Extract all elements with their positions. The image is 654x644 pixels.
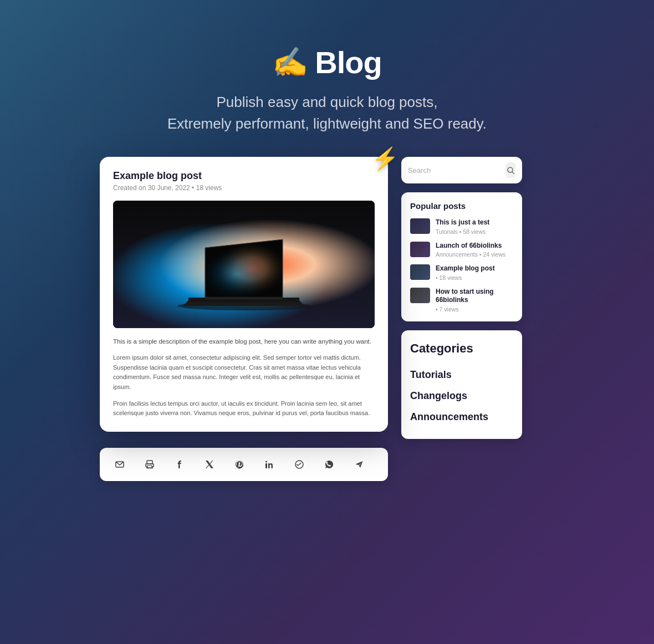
- pinterest-share-icon[interactable]: [231, 456, 248, 473]
- main-content: ⚡ Example blog post Created on 30 June, …: [100, 157, 554, 439]
- categories-card: Categories Tutorials Changelogs Announce…: [401, 330, 522, 439]
- search-button[interactable]: [505, 162, 515, 178]
- laptop-illustration: [161, 214, 327, 314]
- post-name-3: Example blog post: [436, 264, 513, 273]
- blog-description: This is a simple description of the exam…: [113, 337, 375, 346]
- blog-post-title: Example blog post: [113, 170, 375, 182]
- share-bar: [100, 448, 388, 481]
- search-box: [401, 157, 522, 183]
- post-meta-4: • 7 views: [436, 306, 513, 313]
- post-thumbnail-4: [410, 288, 430, 303]
- bottom-section: [100, 439, 554, 481]
- page-title: Blog: [315, 44, 381, 80]
- list-item[interactable]: How to start using 66biolinks • 7 views: [410, 288, 513, 313]
- category-changelogs[interactable]: Changelogs: [410, 386, 513, 407]
- post-thumbnail-3: [410, 264, 430, 280]
- post-info-4: How to start using 66biolinks • 7 views: [436, 288, 513, 313]
- page-subtitle: Publish easy and quick blog posts, Extre…: [167, 91, 487, 135]
- search-input[interactable]: [408, 166, 501, 175]
- facebook-share-icon[interactable]: [171, 456, 188, 473]
- svg-rect-5: [147, 466, 152, 468]
- post-name-1: This is just a test: [436, 218, 513, 227]
- svg-rect-6: [265, 463, 267, 468]
- list-item[interactable]: This is just a test Tutorials • 58 views: [410, 218, 513, 235]
- post-meta-1: Tutorials • 58 views: [436, 228, 513, 235]
- post-info-2: Launch of 66biolinks Announcements • 24 …: [436, 242, 513, 258]
- email-share-icon[interactable]: [111, 456, 129, 473]
- list-item[interactable]: Example blog post • 18 views: [410, 264, 513, 281]
- print-share-icon[interactable]: [141, 456, 159, 473]
- whatsapp-share-icon[interactable]: [320, 456, 338, 473]
- search-icon: [507, 167, 514, 174]
- post-info-1: This is just a test Tutorials • 58 views: [436, 218, 513, 235]
- linkedin-share-icon[interactable]: [260, 456, 278, 473]
- blog-post-meta: Created on 30 June, 2022 • 18 views: [113, 184, 375, 192]
- svg-line-2: [512, 172, 514, 174]
- post-thumbnail-1: [410, 218, 430, 234]
- telegram-share-icon[interactable]: [290, 456, 308, 473]
- list-item[interactable]: Launch of 66biolinks Announcements • 24 …: [410, 242, 513, 258]
- blog-emoji: ✍️: [272, 45, 308, 79]
- blog-post-image: [113, 201, 375, 328]
- popular-posts-card: Popular posts This is just a test Tutori…: [401, 192, 522, 321]
- category-announcements[interactable]: Announcements: [410, 407, 513, 428]
- svg-rect-4: [147, 461, 152, 464]
- blog-lorem-1: Lorem ipsum dolor sit amet, consectetur …: [113, 353, 375, 392]
- post-meta-3: • 18 views: [436, 274, 513, 281]
- popular-posts-title: Popular posts: [410, 201, 513, 211]
- sidebar: Popular posts This is just a test Tutori…: [401, 157, 522, 439]
- page-header: ✍️ Blog Publish easy and quick blog post…: [167, 0, 487, 135]
- twitter-share-icon[interactable]: [201, 456, 218, 473]
- post-thumbnail-2: [410, 242, 430, 257]
- blog-post-card: ⚡ Example blog post Created on 30 June, …: [100, 157, 388, 432]
- lightning-icon: ⚡: [371, 146, 399, 172]
- category-tutorials[interactable]: Tutorials: [410, 365, 513, 386]
- post-name-4: How to start using 66biolinks: [436, 288, 513, 305]
- post-info-3: Example blog post • 18 views: [436, 264, 513, 281]
- telegram2-share-icon[interactable]: [350, 456, 368, 473]
- categories-title: Categories: [410, 341, 513, 356]
- post-name-2: Launch of 66biolinks: [436, 242, 513, 251]
- svg-point-7: [265, 461, 267, 462]
- blog-lorem-2: Proin facilisis lectus tempus orci aucto…: [113, 399, 375, 418]
- post-meta-2: Announcements • 24 views: [436, 251, 513, 258]
